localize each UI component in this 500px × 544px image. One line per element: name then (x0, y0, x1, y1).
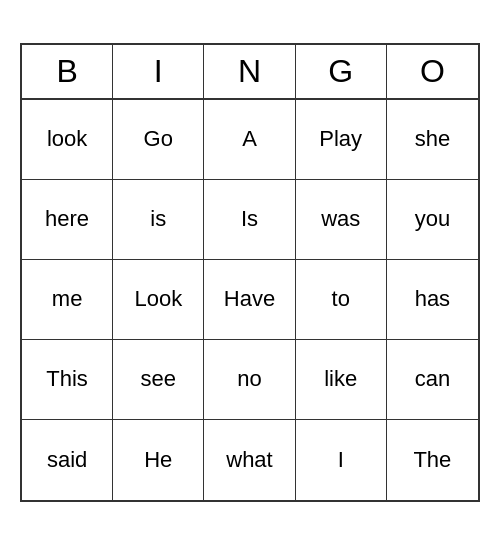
bingo-cell-4[interactable]: she (387, 100, 478, 180)
bingo-cell-1[interactable]: Go (113, 100, 204, 180)
bingo-cell-8[interactable]: was (296, 180, 387, 260)
bingo-cell-5[interactable]: here (22, 180, 113, 260)
bingo-cell-2[interactable]: A (204, 100, 295, 180)
bingo-cell-23[interactable]: I (296, 420, 387, 500)
bingo-cell-19[interactable]: can (387, 340, 478, 420)
bingo-cell-11[interactable]: Look (113, 260, 204, 340)
bingo-cell-18[interactable]: like (296, 340, 387, 420)
bingo-cell-13[interactable]: to (296, 260, 387, 340)
header-n: N (204, 45, 295, 98)
bingo-cell-15[interactable]: This (22, 340, 113, 420)
bingo-card: B I N G O lookGoAPlayshehereisIswasyoume… (20, 43, 480, 502)
bingo-cell-21[interactable]: He (113, 420, 204, 500)
bingo-grid: lookGoAPlayshehereisIswasyoumeLookHaveto… (22, 100, 478, 500)
bingo-cell-0[interactable]: look (22, 100, 113, 180)
bingo-cell-22[interactable]: what (204, 420, 295, 500)
bingo-cell-16[interactable]: see (113, 340, 204, 420)
bingo-cell-6[interactable]: is (113, 180, 204, 260)
bingo-cell-24[interactable]: The (387, 420, 478, 500)
bingo-header: B I N G O (22, 45, 478, 100)
bingo-cell-9[interactable]: you (387, 180, 478, 260)
header-g: G (296, 45, 387, 98)
bingo-cell-20[interactable]: said (22, 420, 113, 500)
bingo-cell-17[interactable]: no (204, 340, 295, 420)
bingo-cell-14[interactable]: has (387, 260, 478, 340)
bingo-cell-10[interactable]: me (22, 260, 113, 340)
header-i: I (113, 45, 204, 98)
bingo-cell-3[interactable]: Play (296, 100, 387, 180)
header-b: B (22, 45, 113, 98)
bingo-cell-7[interactable]: Is (204, 180, 295, 260)
bingo-cell-12[interactable]: Have (204, 260, 295, 340)
header-o: O (387, 45, 478, 98)
